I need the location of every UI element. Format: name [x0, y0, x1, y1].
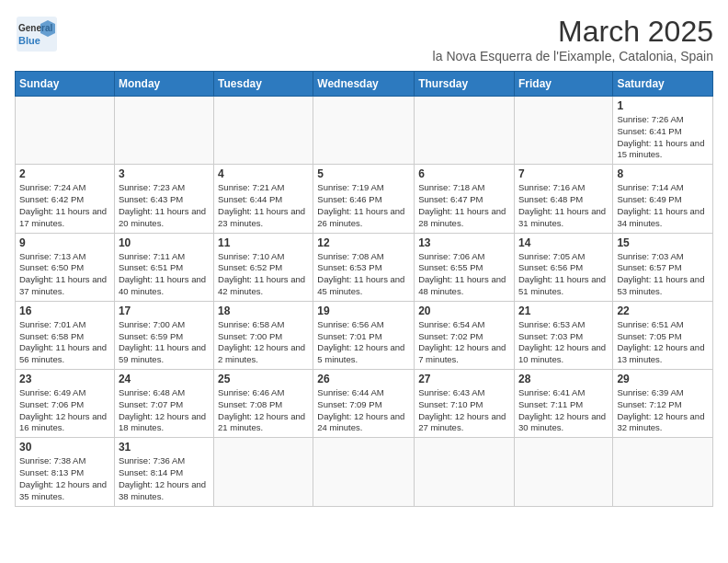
day-number: 13	[418, 236, 510, 249]
table-row: 29Sunrise: 6:39 AMSunset: 7:12 PMDayligh…	[613, 370, 713, 438]
day-number: 21	[518, 304, 609, 317]
logo: General Blue	[15, 15, 59, 53]
table-row	[214, 97, 313, 165]
day-info: Sunrise: 7:06 AMSunset: 6:55 PMDaylight:…	[418, 251, 510, 298]
day-info: Sunrise: 7:26 AMSunset: 6:41 PMDaylight:…	[617, 114, 709, 161]
day-number: 4	[218, 167, 309, 180]
day-number: 6	[418, 167, 510, 180]
day-number: 23	[19, 373, 110, 385]
calendar-table: Sunday Monday Tuesday Wednesday Thursday…	[15, 71, 713, 507]
table-row	[114, 97, 213, 165]
day-number: 22	[617, 304, 709, 317]
header-sunday: Sunday	[16, 72, 115, 97]
day-number: 31	[119, 441, 210, 454]
table-row: 3Sunrise: 7:23 AMSunset: 6:43 PMDaylight…	[114, 165, 213, 233]
day-number: 29	[617, 373, 709, 385]
table-row: 4Sunrise: 7:21 AMSunset: 6:44 PMDaylight…	[214, 165, 313, 233]
day-number: 7	[518, 167, 609, 180]
location-subtitle: la Nova Esquerra de l'Eixample, Cataloni…	[433, 49, 713, 63]
day-info: Sunrise: 6:39 AMSunset: 7:12 PMDaylight:…	[617, 387, 709, 434]
calendar-week-row: 2Sunrise: 7:24 AMSunset: 6:42 PMDaylight…	[16, 165, 713, 233]
calendar-week-row: 9Sunrise: 7:13 AMSunset: 6:50 PMDaylight…	[16, 233, 713, 301]
day-number: 26	[317, 373, 410, 385]
logo-svg: General Blue	[15, 15, 59, 53]
day-number: 11	[218, 236, 309, 249]
header-saturday: Saturday	[613, 72, 713, 97]
day-number: 3	[119, 167, 210, 180]
header-friday: Friday	[514, 72, 612, 97]
header-wednesday: Wednesday	[313, 72, 415, 97]
calendar-header-row: Sunday Monday Tuesday Wednesday Thursday…	[16, 72, 713, 97]
table-row	[514, 438, 612, 506]
table-row	[613, 438, 713, 506]
day-info: Sunrise: 6:56 AMSunset: 7:01 PMDaylight:…	[317, 319, 410, 366]
day-info: Sunrise: 6:44 AMSunset: 7:09 PMDaylight:…	[317, 387, 410, 434]
day-number: 27	[418, 373, 510, 385]
day-number: 14	[518, 236, 609, 249]
day-info: Sunrise: 6:54 AMSunset: 7:02 PMDaylight:…	[418, 319, 510, 366]
table-row	[514, 97, 612, 165]
day-info: Sunrise: 7:24 AMSunset: 6:42 PMDaylight:…	[19, 182, 110, 229]
day-info: Sunrise: 7:14 AMSunset: 6:49 PMDaylight:…	[617, 182, 709, 229]
title-area: March 2025 la Nova Esquerra de l'Eixampl…	[433, 15, 713, 63]
day-info: Sunrise: 7:16 AMSunset: 6:48 PMDaylight:…	[518, 182, 609, 229]
table-row: 22Sunrise: 6:51 AMSunset: 7:05 PMDayligh…	[613, 301, 713, 369]
day-number: 2	[19, 167, 110, 180]
table-row: 13Sunrise: 7:06 AMSunset: 6:55 PMDayligh…	[415, 233, 515, 301]
table-row: 11Sunrise: 7:10 AMSunset: 6:52 PMDayligh…	[214, 233, 313, 301]
day-info: Sunrise: 7:01 AMSunset: 6:58 PMDaylight:…	[19, 319, 110, 366]
table-row: 26Sunrise: 6:44 AMSunset: 7:09 PMDayligh…	[313, 370, 415, 438]
table-row: 25Sunrise: 6:46 AMSunset: 7:08 PMDayligh…	[214, 370, 313, 438]
day-number: 28	[518, 373, 609, 385]
table-row: 10Sunrise: 7:11 AMSunset: 6:51 PMDayligh…	[114, 233, 213, 301]
table-row: 30Sunrise: 7:38 AMSunset: 8:13 PMDayligh…	[16, 438, 115, 506]
day-info: Sunrise: 7:21 AMSunset: 6:44 PMDaylight:…	[218, 182, 309, 229]
header-monday: Monday	[114, 72, 213, 97]
table-row: 1Sunrise: 7:26 AMSunset: 6:41 PMDaylight…	[613, 97, 713, 165]
month-title: March 2025	[433, 15, 713, 49]
table-row: 7Sunrise: 7:16 AMSunset: 6:48 PMDaylight…	[514, 165, 612, 233]
table-row	[16, 97, 115, 165]
day-number: 24	[119, 373, 210, 385]
table-row: 23Sunrise: 6:49 AMSunset: 7:06 PMDayligh…	[16, 370, 115, 438]
day-number: 12	[317, 236, 410, 249]
table-row: 14Sunrise: 7:05 AMSunset: 6:56 PMDayligh…	[514, 233, 612, 301]
calendar-week-row: 16Sunrise: 7:01 AMSunset: 6:58 PMDayligh…	[16, 301, 713, 369]
calendar-week-row: 30Sunrise: 7:38 AMSunset: 8:13 PMDayligh…	[16, 438, 713, 506]
day-info: Sunrise: 6:41 AMSunset: 7:11 PMDaylight:…	[518, 387, 609, 434]
header-thursday: Thursday	[415, 72, 515, 97]
page-header: General Blue March 2025 la Nova Esquerra…	[15, 15, 713, 63]
day-number: 10	[119, 236, 210, 249]
table-row: 31Sunrise: 7:36 AMSunset: 8:14 PMDayligh…	[114, 438, 213, 506]
table-row	[415, 438, 515, 506]
calendar-week-row: 1Sunrise: 7:26 AMSunset: 6:41 PMDaylight…	[16, 97, 713, 165]
day-info: Sunrise: 6:48 AMSunset: 7:07 PMDaylight:…	[119, 387, 210, 434]
day-number: 18	[218, 304, 309, 317]
day-info: Sunrise: 6:51 AMSunset: 7:05 PMDaylight:…	[617, 319, 709, 366]
day-number: 19	[317, 304, 410, 317]
day-number: 8	[617, 167, 709, 180]
table-row: 5Sunrise: 7:19 AMSunset: 6:46 PMDaylight…	[313, 165, 415, 233]
day-number: 30	[19, 441, 110, 454]
day-number: 9	[19, 236, 110, 249]
day-info: Sunrise: 7:08 AMSunset: 6:53 PMDaylight:…	[317, 251, 410, 298]
table-row	[313, 97, 415, 165]
day-info: Sunrise: 6:49 AMSunset: 7:06 PMDaylight:…	[19, 387, 110, 434]
day-info: Sunrise: 6:58 AMSunset: 7:00 PMDaylight:…	[218, 319, 309, 366]
table-row: 9Sunrise: 7:13 AMSunset: 6:50 PMDaylight…	[16, 233, 115, 301]
table-row: 17Sunrise: 7:00 AMSunset: 6:59 PMDayligh…	[114, 301, 213, 369]
day-number: 17	[119, 304, 210, 317]
table-row: 24Sunrise: 6:48 AMSunset: 7:07 PMDayligh…	[114, 370, 213, 438]
table-row: 21Sunrise: 6:53 AMSunset: 7:03 PMDayligh…	[514, 301, 612, 369]
table-row	[214, 438, 313, 506]
table-row: 19Sunrise: 6:56 AMSunset: 7:01 PMDayligh…	[313, 301, 415, 369]
table-row: 27Sunrise: 6:43 AMSunset: 7:10 PMDayligh…	[415, 370, 515, 438]
day-info: Sunrise: 7:18 AMSunset: 6:47 PMDaylight:…	[418, 182, 510, 229]
day-info: Sunrise: 7:23 AMSunset: 6:43 PMDaylight:…	[119, 182, 210, 229]
day-info: Sunrise: 7:19 AMSunset: 6:46 PMDaylight:…	[317, 182, 410, 229]
day-info: Sunrise: 7:13 AMSunset: 6:50 PMDaylight:…	[19, 251, 110, 298]
day-info: Sunrise: 7:03 AMSunset: 6:57 PMDaylight:…	[617, 251, 709, 298]
day-number: 25	[218, 373, 309, 385]
day-info: Sunrise: 6:53 AMSunset: 7:03 PMDaylight:…	[518, 319, 609, 366]
table-row: 2Sunrise: 7:24 AMSunset: 6:42 PMDaylight…	[16, 165, 115, 233]
